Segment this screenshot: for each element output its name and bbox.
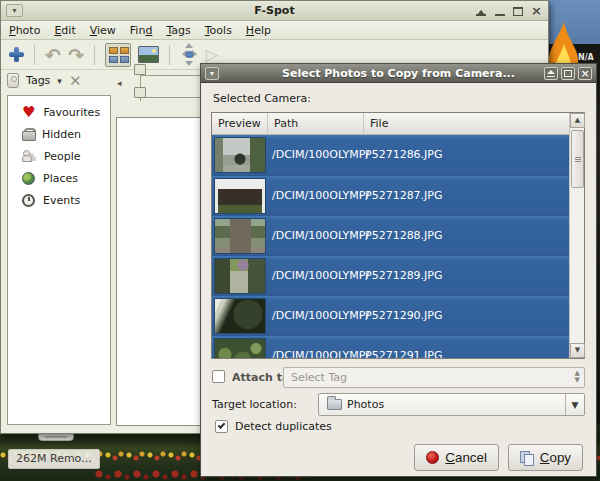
tags-list: ♥ Favourites Hidden People Places (7, 95, 111, 425)
fullscreen-icon[interactable] (180, 45, 199, 64)
fspot-titlebar[interactable]: ▾ F-Spot × (1, 1, 548, 21)
sidebar-close-icon[interactable]: ✕ (69, 75, 82, 87)
scrollbar-down-icon[interactable]: ▼ (570, 343, 585, 358)
import-dialog: ▾ Select Photos to Copy from Camera... ×… (200, 63, 597, 477)
timeline-slider-handle[interactable] (134, 64, 146, 75)
cell-path: /DCIM/100OLYMP/ (272, 229, 369, 242)
cell-file: P5271288.JPG (365, 229, 443, 242)
cell-file: P5271287.JPG (365, 189, 443, 202)
sidebar-header: Tags ▾ ✕ (7, 73, 81, 88)
edit-image-icon[interactable] (138, 46, 159, 63)
scrollbar[interactable]: ▲ ▼ (569, 113, 584, 358)
menu-tools[interactable]: Tools (205, 24, 232, 36)
table-row[interactable]: /DCIM/100OLYMP/ P5271289.JPG (212, 255, 569, 295)
table-row[interactable]: /DCIM/100OLYMP/ P5271290.JPG (212, 295, 569, 335)
target-location-label: Target location: (212, 398, 297, 411)
selected-camera-label: Selected Camera: (213, 92, 311, 105)
menu-find[interactable]: Find (130, 24, 153, 36)
menu-edit[interactable]: Edit (54, 24, 75, 36)
photo-thumbnail (214, 338, 266, 358)
photo-thumbnail (214, 178, 266, 214)
people-icon (22, 150, 36, 162)
dialog-titlebar[interactable]: ▾ Select Photos to Copy from Camera... × (201, 64, 596, 83)
photo-thumbnail (214, 298, 266, 334)
rotate-left-icon[interactable]: ↶ (45, 46, 61, 64)
rotate-right-icon[interactable]: ↷ (68, 46, 84, 64)
menu-tags[interactable]: Tags (166, 24, 190, 36)
dialog-close-button[interactable]: × (578, 67, 592, 80)
cell-file: P5271289.JPG (365, 269, 443, 282)
tag-item-people[interactable]: People (8, 145, 110, 167)
cancel-icon (426, 451, 439, 464)
scrollbar-up-icon[interactable]: ▲ (570, 113, 585, 128)
photo-table: Preview Path File /DCIM/100OLYMP/ P52712… (211, 112, 585, 359)
column-header-preview[interactable]: Preview (212, 113, 268, 134)
dialog-shade-button[interactable] (544, 67, 558, 80)
table-body: /DCIM/100OLYMP/ P5271286.JPG /DCIM/100OL… (212, 135, 569, 358)
tag-label: Places (43, 172, 78, 185)
combo-spinner-icon[interactable]: ▲▼ (575, 370, 580, 384)
lock-icon (22, 128, 34, 141)
menu-view[interactable]: View (90, 24, 116, 36)
table-row[interactable]: /DCIM/100OLYMP/ P5271288.JPG (212, 215, 569, 255)
chevron-down-icon[interactable]: ▾ (57, 76, 62, 86)
close-button-icon[interactable]: × (531, 6, 542, 16)
import-icon[interactable] (9, 47, 24, 62)
target-location-value: Photos (347, 398, 384, 411)
removable-volume-label[interactable]: 262M Remo... (8, 449, 100, 469)
column-header-path[interactable]: Path (268, 113, 364, 134)
timeline-slider-handle[interactable] (134, 87, 146, 98)
sidebar-combo-label[interactable]: Tags (26, 74, 50, 87)
table-header: Preview Path File (212, 113, 584, 135)
scrollbar-thumb[interactable] (571, 130, 584, 188)
window-title: F-Spot (1, 4, 548, 17)
table-row[interactable]: /DCIM/100OLYMP/ P5271286.JPG (212, 135, 569, 175)
attach-tag-row: Attach tag: Select Tag ▲▼ (212, 367, 587, 388)
tag-label: People (44, 150, 81, 163)
shade-button-icon[interactable] (476, 6, 487, 16)
tag-item-hidden[interactable]: Hidden (8, 123, 110, 145)
tag-icon (7, 73, 19, 88)
cell-path: /DCIM/100OLYMP/ (272, 309, 369, 322)
select-tag-value: Select Tag (291, 371, 347, 384)
globe-icon (22, 172, 35, 185)
menu-photo[interactable]: Photo (9, 24, 40, 36)
detect-duplicates-row: Detect duplicates (215, 420, 332, 433)
column-header-file[interactable]: File (364, 113, 584, 134)
table-row[interactable]: /DCIM/100OLYMP/ P5271287.JPG (212, 175, 569, 215)
slideshow-icon[interactable]: ▷ (206, 47, 218, 63)
window-controls: × (476, 4, 542, 18)
target-location-combo[interactable]: Photos ▼ (318, 393, 585, 416)
table-row[interactable]: /DCIM/100OLYMP/ P5271291.JPG (212, 335, 569, 358)
attach-tag-checkbox[interactable] (212, 370, 225, 383)
copy-button-label: Copy (540, 450, 571, 465)
detect-duplicates-label: Detect duplicates (235, 420, 332, 433)
tag-item-events[interactable]: Events (8, 189, 110, 211)
timeline-left-arrow-icon[interactable]: ◂ (117, 78, 122, 88)
select-tag-combo[interactable]: Select Tag ▲▼ (283, 367, 585, 388)
dialog-maximize-button[interactable] (561, 67, 575, 80)
cancel-button[interactable]: Cancel (414, 444, 499, 471)
desktop: N/A 262M Remo... ▾ F-Spot × Photo Edit V… (0, 0, 600, 481)
copy-icon (520, 451, 534, 465)
copy-button[interactable]: Copy (508, 444, 583, 471)
target-location-row: Target location: Photos ▼ (212, 393, 587, 416)
detect-duplicates-checkbox[interactable] (215, 420, 228, 433)
dialog-buttons: Cancel Copy (414, 444, 583, 471)
combo-dropdown-icon[interactable]: ▼ (565, 394, 584, 415)
tag-item-favourites[interactable]: ♥ Favourites (8, 101, 110, 123)
cell-path: /DCIM/100OLYMP/ (272, 349, 369, 358)
tag-item-places[interactable]: Places (8, 167, 110, 189)
maximize-button-icon[interactable] (513, 7, 523, 16)
menu-help[interactable]: Help (246, 24, 271, 36)
dialog-title: Select Photos to Copy from Camera... (201, 67, 596, 80)
clock-icon (22, 194, 35, 207)
browse-view-icon[interactable] (105, 43, 131, 67)
tag-label: Events (43, 194, 80, 207)
photo-thumbnail (214, 218, 266, 254)
cancel-button-label: Cancel (445, 450, 487, 465)
cell-file: P5271291.JPG (365, 349, 443, 358)
minimize-button-icon[interactable] (495, 6, 505, 16)
photo-thumbnail (214, 258, 266, 294)
tag-label: Hidden (42, 128, 81, 141)
